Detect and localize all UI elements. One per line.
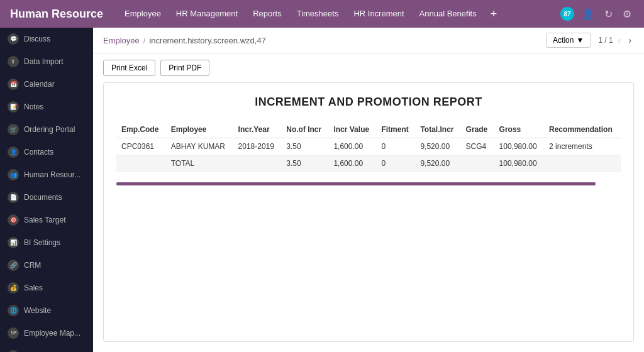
cell-incr-year: 2018-2019 — [233, 138, 282, 155]
col-recommendation: Recommendation — [544, 121, 621, 138]
cell-incr-value: 1,600.00 — [328, 138, 376, 155]
bi-settings-icon: 📊 — [8, 237, 19, 248]
cell-emp-code: CPC0361 — [116, 138, 166, 155]
crm-icon: 🔗 — [8, 260, 19, 271]
sidebar-label-discuss: Discuss — [24, 35, 50, 43]
total-no-of-incr: 3.50 — [281, 155, 328, 172]
sidebar-item-website[interactable]: 🌐 Website — [0, 299, 93, 322]
breadcrumb-link-employee[interactable]: Employee — [103, 36, 140, 45]
main-layout: 💬 Discuss ⬆ Data Import 📅 Calendar 📝 Not… — [0, 28, 644, 352]
nav-timesheets[interactable]: Timesheets — [291, 5, 345, 23]
total-total-incr: 9,520.00 — [415, 155, 460, 172]
calendar-icon: 📅 — [8, 79, 19, 90]
total-incr-value: 1,600.00 — [328, 155, 376, 172]
action-chevron-icon: ▼ — [576, 36, 584, 45]
sidebar-item-sales[interactable]: 💰 Sales — [0, 277, 93, 299]
notification-badge[interactable]: 87 — [560, 7, 574, 21]
table-header-row: Emp.Code Employee Incr.Year No.of Incr I… — [116, 121, 621, 138]
sales-target-icon: 🎯 — [8, 214, 19, 226]
col-fitment: Fitment — [376, 121, 415, 138]
sidebar-item-human-resource[interactable]: 👥 Human Resour... — [0, 163, 93, 186]
ordering-portal-icon: 🛒 — [8, 124, 19, 135]
cell-grade: SCG4 — [461, 138, 494, 155]
content-area: Employee / increment.history.screen.wzd,… — [93, 28, 644, 352]
toolbar: Print Excel Print PDF — [93, 53, 644, 82]
sidebar-item-documents[interactable]: 📄 Documents — [0, 186, 93, 209]
sidebar-label-crm: CRM — [24, 261, 41, 270]
col-no-of-incr: No.of Incr — [281, 121, 328, 138]
sidebar-item-employee-map[interactable]: 🗺 Employee Map... — [0, 322, 93, 344]
sidebar-label-contacts: Contacts — [24, 148, 53, 157]
notes-icon: 📝 — [8, 101, 19, 113]
nav-employee[interactable]: Employee — [118, 5, 167, 23]
sidebar-item-employee[interactable]: 👤 Employee — [0, 344, 93, 352]
breadcrumb-separator: / — [143, 36, 146, 45]
data-import-icon: ⬆ — [8, 56, 19, 67]
user-icon[interactable]: 👤 — [579, 7, 597, 21]
action-label: Action — [553, 36, 574, 45]
table-total-row: TOTAL 3.50 1,600.00 0 9,520.00 100,980.0… — [116, 155, 621, 172]
sidebar-item-notes[interactable]: 📝 Notes — [0, 96, 93, 118]
nav-hr-increment[interactable]: HR Increment — [347, 5, 410, 23]
sidebar-label-ordering-portal: Ordering Portal — [24, 125, 75, 134]
page-next-button[interactable]: › — [626, 34, 634, 47]
sidebar-item-discuss[interactable]: 💬 Discuss — [0, 28, 93, 50]
table-row: CPC0361 ABHAY KUMAR 2018-2019 3.50 1,600… — [116, 138, 621, 155]
discuss-icon: 💬 — [8, 33, 19, 45]
action-button[interactable]: Action ▼ — [546, 33, 591, 48]
human-resource-icon: 👥 — [8, 169, 19, 180]
sales-icon: 💰 — [8, 282, 19, 294]
print-pdf-button[interactable]: Print PDF — [160, 60, 209, 76]
refresh-icon[interactable]: ↻ — [602, 7, 615, 21]
total-employee-label: TOTAL — [166, 155, 233, 172]
sidebar-label-sales-target: Sales Target — [24, 216, 66, 224]
col-incr-year: Incr.Year — [233, 121, 282, 138]
navbar-menu: Employee HR Management Reports Timesheet… — [118, 5, 560, 23]
purple-accent-bar — [116, 182, 596, 185]
pagination: 1 / 1 ‹ › — [598, 34, 634, 47]
settings-icon[interactable]: ⚙ — [620, 7, 634, 21]
col-employee: Employee — [166, 121, 233, 138]
sidebar-item-ordering-portal[interactable]: 🛒 Ordering Portal — [0, 118, 93, 141]
col-total-incr: Total.Incr — [415, 121, 460, 138]
pagination-text: 1 / 1 — [598, 36, 613, 45]
sidebar-label-notes: Notes — [24, 102, 43, 111]
sidebar-item-bi-settings[interactable]: 📊 BI Settings — [0, 231, 93, 254]
navbar: Human Resource Employee HR Management Re… — [0, 0, 644, 28]
topbar-actions: 87 👤 ↻ ⚙ — [560, 7, 634, 21]
sidebar-label-bi-settings: BI Settings — [24, 238, 60, 247]
nav-reports[interactable]: Reports — [247, 5, 288, 23]
website-icon: 🌐 — [8, 305, 19, 316]
sidebar-item-crm[interactable]: 🔗 CRM — [0, 254, 93, 277]
sidebar-label-human-resource: Human Resour... — [24, 170, 80, 179]
add-menu-button[interactable]: + — [486, 5, 502, 23]
nav-annual-benefits[interactable]: Annual Benefits — [413, 5, 483, 23]
report-container: INCREMENT AND PROMOTION REPORT Emp.Code … — [103, 82, 634, 342]
cell-recommendation: 2 increments — [544, 138, 621, 155]
sidebar-item-calendar[interactable]: 📅 Calendar — [0, 73, 93, 96]
contacts-icon: 👤 — [8, 146, 19, 158]
sidebar-label-documents: Documents — [24, 193, 62, 202]
col-grade: Grade — [461, 121, 494, 138]
breadcrumb-current: increment.history.screen.wzd,47 — [149, 36, 265, 45]
sidebar-item-data-import[interactable]: ⬆ Data Import — [0, 50, 93, 73]
col-incr-value: Incr Value — [328, 121, 376, 138]
sidebar-label-sales: Sales — [24, 283, 43, 292]
sidebar-item-contacts[interactable]: 👤 Contacts — [0, 141, 93, 163]
sidebar: 💬 Discuss ⬆ Data Import 📅 Calendar 📝 Not… — [0, 28, 93, 352]
sidebar-label-employee-map: Employee Map... — [24, 329, 80, 338]
total-recommendation — [544, 155, 621, 172]
total-fitment: 0 — [376, 155, 415, 172]
print-excel-button[interactable]: Print Excel — [103, 60, 155, 76]
cell-no-of-incr: 3.50 — [281, 138, 328, 155]
sub-header: Employee / increment.history.screen.wzd,… — [93, 28, 644, 53]
total-gross: 100,980.00 — [494, 155, 544, 172]
breadcrumb: Employee / increment.history.screen.wzd,… — [103, 36, 266, 45]
sidebar-item-sales-target[interactable]: 🎯 Sales Target — [0, 209, 93, 231]
nav-hr-management[interactable]: HR Management — [170, 5, 244, 23]
page-prev-button[interactable]: ‹ — [616, 34, 624, 47]
app-brand: Human Resource — [10, 8, 103, 21]
documents-icon: 📄 — [8, 192, 19, 203]
cell-gross: 100,980.00 — [494, 138, 544, 155]
cell-fitment: 0 — [376, 138, 415, 155]
